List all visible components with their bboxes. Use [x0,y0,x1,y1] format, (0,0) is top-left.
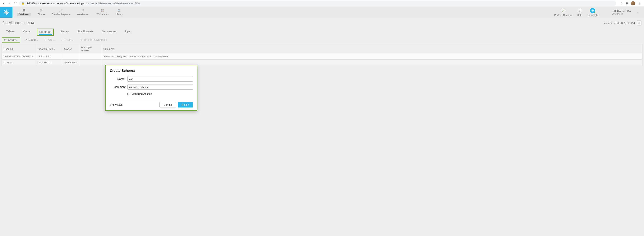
tab-sequences[interactable]: Sequences [100,28,118,36]
extensions-icon[interactable] [625,1,629,5]
edit-icon [44,38,47,41]
managed-checkbox[interactable] [128,93,130,95]
browser-bar: 🔒 ph21638.southeast-asia.azure.snowflake… [0,0,644,7]
nav-worksheets[interactable]: Worksheets [95,8,110,16]
svg-point-0 [23,9,25,10]
user-block[interactable]: SAURAVMITRA SYSADMIN [612,9,631,15]
lock-icon: 🔒 [22,2,24,4]
cancel-button[interactable]: Cancel [160,102,176,107]
svg-rect-11 [102,9,104,12]
sort-desc-icon: ▼ [54,48,56,50]
content-area: Databases › BDA Last refreshed 12:31:13 … [0,18,644,236]
show-sql-link[interactable]: Show SQL [110,103,123,106]
svg-rect-2 [82,9,82,10]
col-ctime[interactable]: Creation Time▼ [36,44,62,53]
tab-pipes[interactable]: Pipes [123,28,134,36]
nav-marketplace[interactable]: Data Marketplace [50,8,71,16]
svg-point-14 [562,11,563,12]
create-schema-dialog: Create Schema Name* Comment Managed Acce… [106,65,198,111]
nav-partner-connect[interactable]: Partner Connect [554,8,572,16]
managed-label: Managed Access [132,92,152,95]
plus-circle-icon [4,38,7,41]
create-button[interactable]: Create... [2,37,20,42]
chevron-down-icon[interactable]: ⌄ [636,10,640,14]
svg-rect-4 [84,9,84,10]
delete-icon [61,38,64,41]
alter-button[interactable]: Alter... [42,37,57,42]
reload-icon[interactable] [14,1,17,5]
refresh-label: Last refreshed [603,22,619,24]
marketplace-icon [58,9,64,12]
star-icon[interactable]: ☆ [620,1,623,5]
col-owner[interactable]: Owner [62,44,79,53]
svg-rect-3 [83,9,83,10]
svg-point-15 [564,9,564,10]
transfer-icon [79,38,82,41]
url-host: ph21638.southeast-asia.azure.snowflakeco… [26,2,88,5]
svg-point-1 [40,9,42,10]
breadcrumb: Databases › BDA Last refreshed 12:31:13 … [2,18,642,27]
tab-schemas[interactable]: Schemas [37,28,54,36]
nav-warehouses[interactable]: Warehouses [76,8,91,16]
tab-views[interactable]: Views [21,28,32,36]
forward-icon[interactable] [8,1,11,5]
address-bar[interactable]: 🔒 ph21638.southeast-asia.azure.snowflake… [19,0,616,6]
nav-help[interactable]: ? Help [577,8,582,16]
shares-icon [38,9,44,12]
partner-icon [560,8,566,13]
comment-input[interactable] [128,84,193,90]
drop-button[interactable]: Drop... [60,37,75,42]
dialog-title: Create Schema [110,69,193,73]
nav-snowsight[interactable]: Snowsight [587,8,598,16]
col-managed[interactable]: Managed Access [79,44,101,53]
schema-table: Schema Creation Time▼ Owner Managed Acce… [2,44,642,66]
history-icon [116,9,122,12]
tab-fileformats[interactable]: File Formats [76,28,95,36]
chevron-right-icon: › [22,21,27,25]
table-row[interactable]: PUBLIC 12:28:02 PM SYSADMIN [2,60,642,66]
nav-shares[interactable]: Shares [36,8,46,16]
nav-databases[interactable]: Databases [16,7,32,17]
svg-rect-21 [62,39,63,40]
tab-tables[interactable]: Tables [4,28,16,36]
snowflake-logo[interactable] [0,7,12,18]
table-row[interactable]: INFORMATION_SCHEMA 12:31:13 PM Views des… [2,53,642,60]
app-topbar: Databases Shares Data Marketplace Wareho… [0,7,644,18]
name-label: Name* [110,77,126,80]
name-input[interactable] [128,76,193,82]
back-icon[interactable] [2,1,5,5]
url-path: /console#/data/schemas?databaseName=BDA [88,2,140,5]
warehouses-icon [80,9,86,12]
svg-rect-7 [84,10,84,10]
svg-rect-5 [82,10,82,10]
kebab-icon[interactable]: ⋮ [638,1,641,5]
svg-rect-24 [80,39,81,40]
crumb-root[interactable]: Databases [2,20,22,25]
crumb-current: BDA [27,21,34,25]
refresh-time: 12:31:13 PM [620,22,635,24]
tab-stages[interactable]: Stages [58,28,71,36]
comment-label: Comment [110,85,126,88]
col-comment[interactable]: Comment [101,44,642,53]
finish-button[interactable]: Finish [178,102,193,107]
profile-avatar[interactable] [631,1,635,5]
nav-history[interactable]: History [114,8,124,16]
svg-rect-10 [84,11,84,11]
refresh-button[interactable] [637,20,642,25]
svg-rect-6 [83,10,83,10]
copy-icon [24,38,28,41]
help-icon: ? [577,8,582,13]
database-icon [21,8,27,12]
svg-rect-8 [82,11,82,11]
transfer-button[interactable]: Transfer Ownership [78,37,108,42]
clone-button[interactable]: Clone... [23,37,40,42]
snowsight-icon [590,8,595,13]
col-schema[interactable]: Schema [2,44,36,53]
svg-rect-9 [83,11,83,11]
worksheets-icon [100,9,106,12]
